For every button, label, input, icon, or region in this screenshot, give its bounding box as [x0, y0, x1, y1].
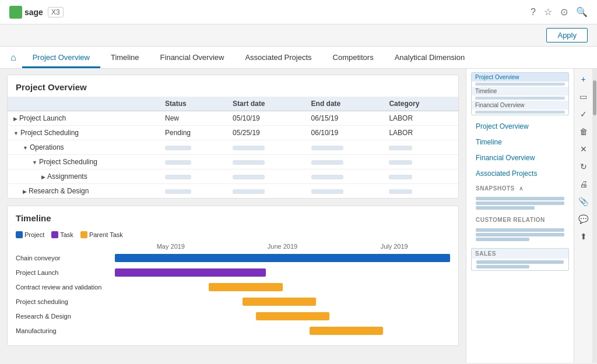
month-july: July 2019: [338, 243, 450, 250]
sales-bar-1: [476, 260, 564, 264]
check-button[interactable]: ✓: [575, 106, 592, 122]
right-scroll[interactable]: [592, 69, 597, 363]
row-start: 05/10/19: [227, 111, 305, 126]
table-row: ▼Project Scheduling: [8, 155, 458, 169]
parent-task-color-dot: [80, 231, 87, 238]
gantt-row: Contract review and validation: [16, 281, 450, 293]
top-bar-actions: ? ☆ ⊙ 🔍: [531, 6, 588, 17]
gantt-bar: [115, 254, 450, 262]
gantt-label: Contract review and validation: [16, 284, 115, 291]
expand-icon[interactable]: ▼: [13, 130, 19, 136]
home-icon[interactable]: ⌂: [5, 52, 22, 63]
table-row: ▼Operations: [8, 140, 458, 155]
panel-item-associated-projects[interactable]: Associated Projects: [471, 166, 569, 181]
table-header-row: Status Start date End date Category: [8, 97, 458, 111]
expand-icon[interactable]: ▶: [23, 189, 27, 195]
right-panel-container: Project Overview Timeline Financial Over…: [466, 69, 597, 363]
row-name: Operations: [30, 143, 64, 151]
col-status: Status: [159, 97, 227, 111]
mini-preview-item1: Project Overview: [472, 73, 568, 82]
legend-task: Task: [51, 231, 73, 238]
sage-logo: sage: [9, 6, 43, 19]
table-row: ▶Research & Design: [8, 184, 458, 199]
comment-button[interactable]: 💬: [575, 211, 592, 227]
row-category: [383, 155, 458, 169]
panel-item-project-overview[interactable]: Project Overview: [471, 119, 569, 134]
help-icon[interactable]: ?: [531, 7, 536, 17]
col-name: [8, 97, 159, 111]
add-button[interactable]: +: [575, 71, 592, 87]
gantt-header: May 2019 June 2019 July 2019: [115, 243, 450, 250]
snapshots-content: [471, 193, 569, 213]
gantt-row: Research & Design: [16, 310, 450, 322]
search-icon[interactable]: 🔍: [576, 6, 588, 17]
legend-task-label: Task: [60, 231, 73, 238]
sage-text: sage: [24, 8, 43, 17]
tab-associated-projects[interactable]: Associated Projects: [234, 47, 322, 68]
customer-relation-section: CUSTOMER RELATION: [471, 213, 569, 245]
gantt-track: [115, 312, 450, 321]
gantt-track: [115, 253, 450, 263]
gantt-bar: [115, 268, 266, 277]
expand-icon[interactable]: ▼: [23, 145, 28, 151]
snapshots-title: SNAPSHOTS ∧: [471, 182, 569, 193]
mini-row3: [475, 111, 565, 114]
customer-relation-content: [471, 225, 569, 245]
panel-item-timeline[interactable]: Timeline: [471, 135, 569, 150]
expand-icon[interactable]: ▼: [32, 160, 37, 165]
col-category: Category: [383, 97, 458, 111]
sales-section: SALES: [471, 248, 569, 271]
gantt-label: Manufacturing: [16, 327, 115, 334]
layout-button[interactable]: ▭: [575, 89, 592, 105]
top-bar: sage X3 ? ☆ ⊙ 🔍: [0, 0, 597, 24]
row-start: [227, 155, 305, 169]
customer-relation-title: CUSTOMER RELATION: [471, 213, 569, 225]
gantt-label: Research & Design: [16, 313, 115, 320]
legend-project: Project: [16, 231, 44, 238]
legend-parent-task-label: Parent Task: [89, 231, 123, 238]
task-color-dot: [51, 231, 58, 238]
apply-button[interactable]: Apply: [546, 28, 588, 43]
row-name-cell: ▶Project Launch: [8, 111, 159, 126]
tab-timeline[interactable]: Timeline: [100, 47, 150, 68]
tab-competitors[interactable]: Competitors: [322, 47, 384, 68]
tab-project-overview[interactable]: Project Overview: [22, 47, 100, 68]
gantt-track: [115, 282, 450, 292]
snapshots-section: SNAPSHOTS ∧: [471, 182, 569, 213]
upload-button[interactable]: ⬆: [575, 228, 592, 245]
gantt-label: Chain conveyor: [16, 255, 115, 261]
x3-badge: X3: [48, 7, 64, 17]
gantt-bar: [310, 327, 384, 335]
main-layout: Project Overview Status Start date End d…: [0, 69, 597, 363]
tab-financial-overview[interactable]: Financial Overview: [150, 47, 235, 68]
star-icon[interactable]: ☆: [544, 6, 552, 17]
print-button[interactable]: 🖨: [575, 176, 592, 192]
table-row: ▶Assignments: [8, 169, 458, 184]
compass-icon[interactable]: ⊙: [560, 6, 568, 17]
gantt-row: Manufacturing: [16, 325, 450, 337]
row-name-cell: ▼Project Scheduling: [8, 126, 159, 140]
row-start: [227, 140, 305, 155]
attach-button[interactable]: 📎: [575, 193, 592, 210]
sage-square-icon: [9, 6, 22, 19]
expand-icon[interactable]: ▶: [41, 174, 45, 180]
row-end: 06/15/19: [305, 111, 384, 126]
gantt-label: Project Launch: [16, 269, 115, 276]
legend-parent-task: Parent Task: [80, 231, 123, 238]
expand-icon[interactable]: ▶: [13, 116, 17, 122]
close-button[interactable]: ✕: [575, 141, 592, 157]
gantt-row: Project scheduling: [16, 296, 450, 308]
row-name-cell: ▼Operations: [8, 140, 159, 155]
apply-bar: Apply: [0, 24, 597, 47]
refresh-button[interactable]: ↻: [575, 158, 592, 175]
action-buttons: + ▭ ✓ 🗑 ✕ ↻ 🖨 📎 💬 ⬆: [574, 69, 592, 363]
row-name-cell: ▶Assignments: [8, 169, 159, 184]
panel-item-financial-overview[interactable]: Financial Overview: [471, 150, 569, 165]
snapshots-collapse-icon[interactable]: ∧: [519, 185, 524, 192]
row-status: Pending: [159, 126, 227, 140]
timeline-title: Timeline: [8, 206, 458, 228]
snapshot-bar-2: [476, 202, 564, 205]
tab-analytical-dimension[interactable]: Analytical Dimension: [384, 47, 476, 68]
col-end: End date: [305, 97, 384, 111]
delete-button[interactable]: 🗑: [575, 123, 592, 140]
